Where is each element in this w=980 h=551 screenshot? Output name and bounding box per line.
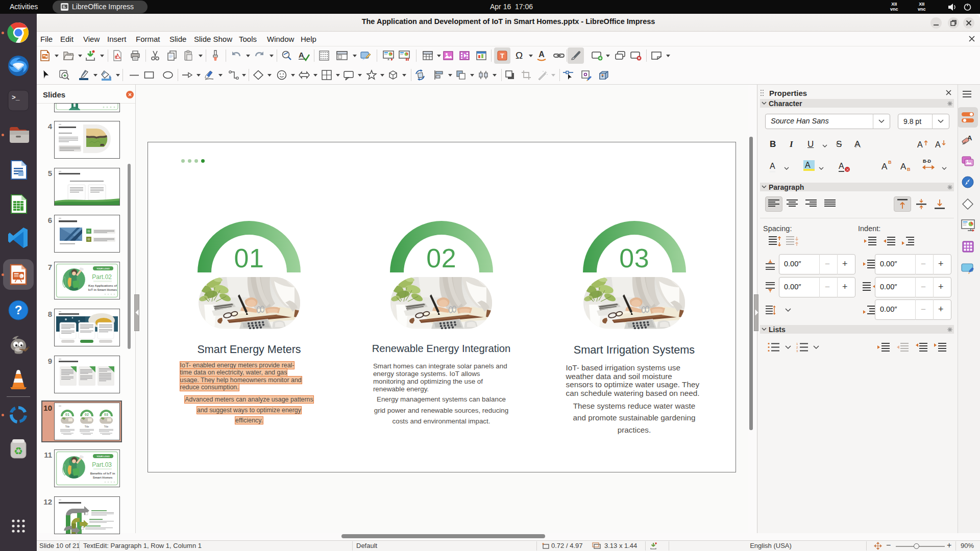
svg-text:IoT in Smart Homes: IoT in Smart Homes (88, 288, 117, 291)
svg-text:YOUR LOGO: YOUR LOGO (96, 267, 110, 270)
svg-text:Title: Title (65, 425, 70, 428)
svg-text:T: T (500, 52, 504, 60)
svg-text:Title: Title (104, 425, 109, 428)
svg-text:01: 01 (87, 230, 90, 233)
svg-text:Part.02: Part.02 (92, 273, 112, 281)
svg-text:03: 03 (104, 413, 108, 416)
svg-text:02: 02 (87, 238, 90, 241)
svg-text:02: 02 (85, 413, 89, 416)
svg-text:YOUR LOGO: YOUR LOGO (96, 455, 110, 458)
svg-text:?: ? (15, 303, 22, 317)
svg-text:Ω: Ω (516, 50, 523, 61)
svg-text:♻: ♻ (14, 445, 23, 457)
svg-text:01: 01 (65, 413, 69, 416)
svg-text:Key Applications of: Key Applications of (88, 284, 117, 287)
svg-text:Benefits of IoT in: Benefits of IoT in (90, 472, 115, 475)
svg-text:>_: >_ (12, 94, 20, 102)
svg-text:Part.03: Part.03 (92, 461, 112, 468)
svg-text:Smart Homes: Smart Homes (93, 476, 113, 479)
svg-text:3: 3 (796, 349, 798, 352)
svg-text:A: A (299, 51, 304, 59)
svg-text:A: A (538, 50, 545, 59)
svg-text:2: 2 (796, 346, 798, 349)
svg-text:1: 1 (796, 342, 798, 345)
svg-text:Title: Title (85, 425, 89, 428)
